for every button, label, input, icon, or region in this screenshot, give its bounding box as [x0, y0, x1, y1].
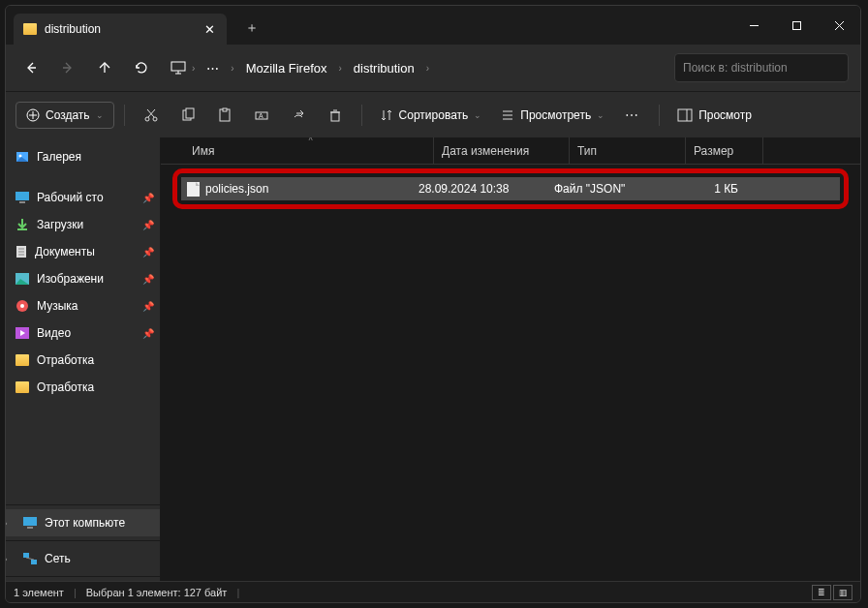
annotation-highlight: policies.json 28.09.2024 10:38 Файл "JSO…: [172, 168, 849, 209]
svg-line-16: [147, 109, 154, 117]
separator: [659, 105, 660, 126]
chevron-right-icon: ›: [426, 63, 429, 74]
new-tab-button[interactable]: ＋: [238, 15, 265, 42]
sidebar-label: Этот компьюте: [45, 516, 125, 530]
sort-button[interactable]: Сортировать ⌄: [372, 103, 490, 128]
cut-button[interactable]: [135, 99, 168, 132]
file-size: 1 КБ: [670, 182, 738, 196]
minimize-button[interactable]: [732, 10, 775, 41]
more-button[interactable]: ⋯: [616, 99, 649, 132]
sidebar-label: Рабочий сто: [37, 191, 104, 204]
sidebar-item-desktop[interactable]: Рабочий сто 📌: [6, 184, 160, 211]
share-button[interactable]: [282, 99, 315, 132]
separator: |: [74, 587, 77, 598]
desktop-icon: [16, 192, 29, 203]
paste-icon: [217, 107, 232, 123]
back-button[interactable]: [14, 50, 48, 85]
sidebar-label: Видео: [37, 326, 71, 340]
documents-icon: [16, 245, 27, 258]
tab-distribution[interactable]: distribution ✕: [14, 14, 227, 45]
separator: [361, 105, 362, 126]
maximize-icon: [791, 20, 802, 31]
chevron-right-icon: ›: [192, 63, 195, 74]
svg-rect-32: [678, 109, 692, 121]
computer-icon: [23, 517, 37, 529]
file-row[interactable]: policies.json 28.09.2024 10:38 Файл "JSO…: [181, 177, 840, 200]
trash-icon: [327, 107, 343, 123]
separator: |: [236, 587, 239, 598]
up-button[interactable]: [87, 50, 122, 85]
pin-icon: 📌: [142, 274, 154, 285]
explorer-window: distribution ✕ ＋: [5, 5, 861, 603]
sidebar-item-folder2[interactable]: Отработка: [6, 374, 160, 401]
forward-button[interactable]: [50, 50, 85, 85]
header-date[interactable]: Дата изменения: [434, 137, 570, 164]
details-view-button[interactable]: ≣: [812, 585, 831, 600]
svg-text:A: A: [259, 112, 264, 119]
svg-rect-48: [23, 517, 37, 526]
copy-button[interactable]: [171, 99, 204, 132]
search-input[interactable]: Поиск в: distribution: [674, 53, 849, 82]
sidebar-item-music[interactable]: Музыка 📌: [6, 292, 160, 319]
sidebar-item-videos[interactable]: Видео 📌: [6, 319, 160, 347]
tab-title: distribution: [45, 22, 194, 36]
file-name: policies.json: [205, 182, 268, 196]
crumb-firefox[interactable]: Mozilla Firefox: [240, 57, 333, 79]
body: Галерея Рабочий сто 📌 Загрузки 📌 Докумен…: [6, 137, 860, 581]
create-label: Создать: [46, 108, 90, 122]
tab-close-button[interactable]: ✕: [202, 21, 217, 37]
plus-circle-icon: [26, 108, 40, 122]
sidebar-item-thispc[interactable]: Этот компьюте: [6, 509, 160, 536]
svg-rect-18: [186, 108, 194, 118]
refresh-button[interactable]: [124, 50, 159, 85]
chevron-down-icon: ⌄: [96, 110, 104, 120]
sidebar-item-downloads[interactable]: Загрузки 📌: [6, 211, 160, 238]
crumb-ellipsis[interactable]: ⋯: [201, 57, 225, 79]
downloads-icon: [16, 218, 29, 231]
svg-rect-1: [792, 21, 800, 29]
maximize-button[interactable]: [775, 10, 818, 41]
sidebar-item-network[interactable]: Сеть: [6, 545, 160, 572]
pictures-icon: [16, 273, 29, 285]
file-list: policies.json 28.09.2024 10:38 Файл "JSO…: [161, 165, 860, 213]
pin-icon: 📌: [142, 247, 154, 258]
preview-label: Просмотр: [698, 108, 752, 122]
refresh-icon: [134, 60, 149, 76]
sidebar-label: Отработка: [37, 353, 94, 367]
header-type[interactable]: Тип: [570, 137, 686, 164]
view-label: Просмотреть: [520, 108, 591, 122]
sidebar-item-folder1[interactable]: Отработка: [6, 347, 160, 374]
view-icon: [501, 108, 514, 122]
monitor-icon: [170, 61, 186, 75]
icons-view-button[interactable]: ▥: [833, 585, 852, 600]
nav-bar: › ⋯ › Mozilla Firefox › distribution › П…: [6, 45, 860, 91]
folder-icon: [16, 381, 29, 393]
content-pane: Имя Дата изменения Тип Размер policies.j…: [161, 137, 860, 581]
delete-button[interactable]: [319, 99, 352, 132]
sidebar-item-pictures[interactable]: Изображени 📌: [6, 265, 160, 292]
sidebar-item-documents[interactable]: Документы 📌: [6, 238, 160, 265]
preview-button[interactable]: Просмотр: [669, 103, 760, 128]
svg-rect-51: [31, 560, 37, 564]
status-count: 1 элемент: [14, 587, 64, 598]
sidebar-label: Отработка: [37, 380, 94, 394]
separator: [124, 105, 125, 126]
close-button[interactable]: [818, 10, 860, 41]
sidebar-label: Загрузки: [37, 218, 83, 231]
sidebar-label: Документы: [35, 245, 95, 258]
header-size[interactable]: Размер: [686, 137, 763, 164]
sidebar-label: Изображени: [37, 272, 104, 286]
paste-button[interactable]: [208, 99, 241, 132]
svg-line-52: [26, 558, 34, 560]
sidebar-item-gallery[interactable]: Галерея: [6, 143, 160, 170]
breadcrumb[interactable]: › ⋯ › Mozilla Firefox › distribution ›: [170, 57, 672, 79]
crumb-distribution[interactable]: distribution: [348, 57, 420, 79]
sidebar-label: Сеть: [45, 552, 71, 565]
rename-button[interactable]: A: [245, 99, 278, 132]
view-button[interactable]: Просмотреть ⌄: [493, 103, 612, 128]
header-name[interactable]: Имя: [184, 137, 434, 164]
pin-icon: 📌: [142, 328, 154, 339]
rename-icon: A: [254, 107, 269, 123]
create-button[interactable]: Создать ⌄: [16, 102, 114, 129]
column-headers: Имя Дата изменения Тип Размер: [161, 137, 860, 165]
